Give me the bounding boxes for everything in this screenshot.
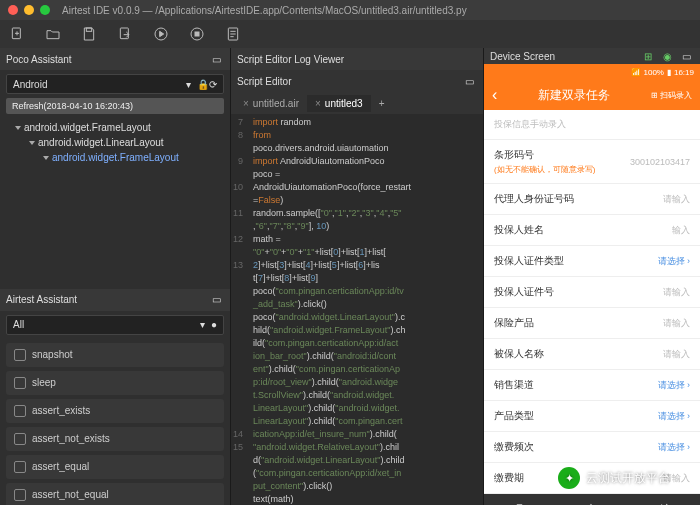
field-value[interactable]: 请选择 [658,379,685,392]
nav-home-icon[interactable]: ⌂ [587,500,594,505]
assist-snapshot[interactable]: snapshot [6,343,224,367]
field-label: 缴费频次 [494,441,534,452]
poco-platform-dropdown[interactable]: Android ▾ 🔒 ⟳ [6,74,224,94]
form-row[interactable]: 被保人名称请输入 [484,339,700,370]
field-value[interactable]: 请输入 [663,348,690,361]
assist-assert_equal[interactable]: assert_equal [6,455,224,479]
chevron-right-icon: › [687,256,690,266]
refresh-timestamp[interactable]: Refresh(2018-04-10 16:20:43) [6,98,224,114]
field-label: 缴费期 [494,472,524,483]
nav-back-icon[interactable]: ↩ [659,500,668,506]
record-icon[interactable]: ● [211,319,217,330]
battery-level: 100% [644,68,664,77]
poco-title: Poco Assistant [6,54,72,65]
lock-icon[interactable]: 🔒 [197,79,209,90]
android-navbar: ≡ ⌂ ↩ [484,494,700,505]
form-row[interactable]: 投保人姓名输入 [484,215,700,246]
chevron-right-icon: › [687,442,690,452]
run-icon[interactable] [152,25,170,43]
device-rec-icon[interactable]: ◉ [659,48,675,64]
field-label: 产品类型 [494,410,534,421]
cmd-icon [14,349,26,361]
form-row[interactable]: 销售渠道请选择› [484,370,700,401]
save-icon[interactable] [80,25,98,43]
tree-node[interactable]: android.widget.LinearLayout [4,135,226,150]
script-editor-title: Script Editor [237,76,291,87]
editor-collapse-icon[interactable]: ▭ [461,73,477,89]
titlebar: Airtest IDE v0.0.9 — /Applications/Airte… [0,0,700,20]
field-value[interactable]: 300102103417 [630,157,690,167]
field-label: 保险产品 [494,317,534,328]
cmd-icon [14,489,26,501]
field-label: 投保人证件号 [494,286,554,297]
chevron-down-icon: ▾ [186,79,191,90]
code-editor[interactable]: 78 9 10 11 12 13 1415 import random from… [231,114,483,505]
airtest-collapse-icon[interactable]: ▭ [208,292,224,308]
assist-assert_not_exists[interactable]: assert_not_exists [6,427,224,451]
export-icon[interactable] [116,25,134,43]
tree-node[interactable]: android.widget.FrameLayout [4,120,226,135]
poco-collapse-icon[interactable]: ▭ [208,51,224,67]
cmd-icon [14,405,26,417]
watermark-text: 云测试开放平台 [586,470,670,487]
field-label: 投保人姓名 [494,224,544,235]
file-tab[interactable]: × untitled.air [235,95,307,112]
field-value[interactable]: 请输入 [663,317,690,330]
form-row[interactable]: 投保人证件号请输入 [484,277,700,308]
new-tab-button[interactable]: + [371,95,393,112]
new-file-icon[interactable] [8,25,26,43]
ui-tree: android.widget.FrameLayoutandroid.widget… [0,118,230,289]
airtest-filter-dropdown[interactable]: All ▾ ● [6,315,224,335]
scan-button[interactable]: ⊞扫码录入 [651,90,692,101]
field-value[interactable]: 输入 [672,224,690,237]
form-row[interactable]: 代理人身份证号码请输入 [484,184,700,215]
assist-assert_not_equal[interactable]: assert_not_equal [6,483,224,506]
airtest-command-list: snapshotsleepassert_existsassert_not_exi… [0,339,230,506]
wifi-icon: 📶 [631,68,641,77]
form-row[interactable]: 产品类型请选择› [484,401,700,432]
field-value[interactable]: 请输入 [663,193,690,206]
refresh-icon[interactable]: ⟳ [209,79,217,90]
field-label: 代理人身份证号码 [494,193,574,204]
field-value[interactable]: 请选择 [658,410,685,423]
assist-assert_exists[interactable]: assert_exists [6,399,224,423]
close-dot[interactable] [8,5,18,15]
assist-sleep[interactable]: sleep [6,371,224,395]
chevron-down-icon: ▾ [200,319,205,330]
device-collapse-icon[interactable]: ▭ [678,48,694,64]
file-tab[interactable]: × untitled3 [307,95,371,112]
minimize-dot[interactable] [24,5,34,15]
watermark: ✦ 云测试开放平台 [558,467,670,489]
chevron-right-icon: › [687,380,690,390]
main-toolbar [0,20,700,48]
field-label: 销售渠道 [494,379,534,390]
svg-rect-1 [86,28,91,31]
airtest-title: Airtest Assistant [6,294,77,305]
file-tabs: × untitled.air× untitled3+ [231,92,483,114]
zoom-dot[interactable] [40,5,50,15]
poco-panel-header: Poco Assistant ▭ [0,48,230,70]
form-row[interactable]: 保险产品请输入 [484,308,700,339]
svg-rect-5 [195,32,199,36]
airtest-filter-value: All [13,319,24,330]
nav-menu-icon[interactable]: ≡ [516,500,522,505]
device-panel-header: Device Screen ⊞ ◉ ▭ [484,48,700,64]
tree-node[interactable]: android.widget.FrameLayout [4,150,226,165]
tab-close-icon[interactable]: × [315,98,321,109]
open-folder-icon[interactable] [44,25,62,43]
field-label: 投保人证件类型 [494,255,564,266]
form-row[interactable]: 缴费频次请选择› [484,432,700,463]
field-value[interactable]: 请选择 [658,255,685,268]
form-row[interactable]: 条形码号(如无不能确认，可随意录写)300102103417 [484,140,700,184]
form-row[interactable]: 投保人证件类型请选择› [484,246,700,277]
code-content[interactable]: import random from poco.drivers.android.… [249,114,415,505]
report-icon[interactable] [224,25,242,43]
device-tool-icon[interactable]: ⊞ [640,48,656,64]
field-value[interactable]: 请输入 [663,286,690,299]
field-value[interactable]: 请选择 [658,441,685,454]
line-gutter: 78 9 10 11 12 13 1415 [231,114,249,505]
stop-icon[interactable] [188,25,206,43]
tab-close-icon[interactable]: × [243,98,249,109]
device-screen[interactable]: 📶 100% ▮ 16:19 ‹ 新建双录任务 ⊞扫码录入 投保信息手动录入 条… [484,64,700,505]
form-list[interactable]: 条形码号(如无不能确认，可随意录写)300102103417代理人身份证号码请输… [484,140,700,494]
